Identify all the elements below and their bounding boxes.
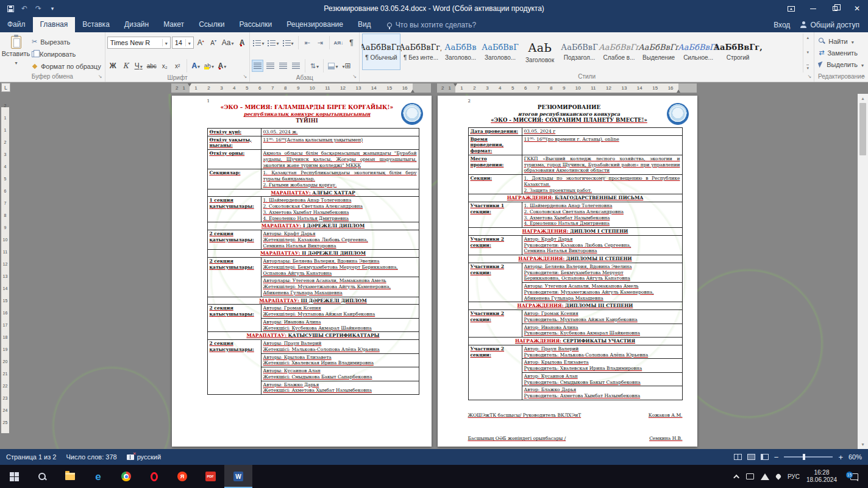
style-card-0[interactable]: АаБбВвГг,¶ Обычный bbox=[362, 34, 400, 70]
word-taskbar-button[interactable]: W bbox=[224, 465, 252, 488]
page-indicator[interactable]: Страница 1 из 2 bbox=[6, 453, 56, 461]
select-button[interactable]: Выделить bbox=[819, 59, 864, 69]
clear-formatting-button[interactable]: А bbox=[236, 37, 247, 49]
underline-button[interactable]: Ч bbox=[133, 60, 144, 72]
font-name-combo[interactable]: Times New R bbox=[107, 37, 171, 49]
yandex-taskbar-button[interactable]: Я bbox=[168, 465, 196, 488]
ruler-segment-page-1[interactable]: 2112345678910111213141516 bbox=[171, 83, 431, 93]
paste-button[interactable]: Вставить bbox=[2, 34, 30, 66]
text-effects-button[interactable]: А bbox=[190, 60, 202, 72]
undo-button[interactable] bbox=[20, 4, 29, 13]
print-layout-button[interactable] bbox=[747, 454, 755, 460]
style-card-9[interactable]: АаБбВвГг,Строгий bbox=[719, 34, 757, 70]
ribbon-tab-5[interactable]: Ссылки bbox=[191, 17, 232, 32]
ribbon-tab-2[interactable]: Вставка bbox=[75, 17, 117, 32]
scrollbar-thumb[interactable] bbox=[859, 103, 866, 155]
clipboard-dialog-launcher[interactable] bbox=[97, 74, 104, 80]
proofing-status[interactable]: русский bbox=[127, 453, 161, 461]
hidden-icons-button[interactable] bbox=[735, 475, 739, 479]
restore-button[interactable] bbox=[824, 0, 846, 17]
explorer-taskbar-button[interactable] bbox=[56, 465, 84, 488]
align-left-button[interactable] bbox=[252, 60, 263, 72]
scroll-up-icon[interactable] bbox=[861, 94, 864, 103]
gallery-down-icon[interactable] bbox=[806, 50, 809, 55]
bullets-button[interactable] bbox=[252, 37, 265, 49]
styles-gallery-scroll[interactable] bbox=[803, 34, 812, 72]
action-center-button[interactable]: 15 bbox=[844, 473, 864, 480]
right-indent-marker[interactable] bbox=[411, 90, 414, 93]
shrink-font-button[interactable]: А bbox=[208, 37, 219, 49]
style-card-1[interactable]: АаБбВвГг,¶ Без инте... bbox=[402, 34, 440, 70]
web-layout-button[interactable] bbox=[761, 454, 769, 460]
align-right-button[interactable] bbox=[277, 60, 289, 72]
strikethrough-button[interactable]: abc bbox=[146, 60, 158, 72]
first-line-indent-marker[interactable] bbox=[454, 83, 457, 87]
zoom-level[interactable]: 60% bbox=[848, 453, 862, 461]
clock[interactable]: 16:28 18.06.2024 bbox=[806, 469, 837, 484]
format-painter-button[interactable]: Формат по образцу bbox=[30, 61, 103, 71]
find-button[interactable]: Найти bbox=[819, 36, 853, 46]
tell-me-box[interactable]: Что вы хотите сделать? bbox=[387, 17, 477, 32]
sort-button[interactable]: АЯ↓ bbox=[333, 37, 345, 49]
font-color-button[interactable]: А bbox=[216, 60, 228, 72]
location-tray-icon[interactable] bbox=[776, 474, 781, 479]
change-case-button[interactable]: Аа bbox=[221, 37, 235, 49]
ribbon-tab-7[interactable]: Рецензирование bbox=[279, 17, 350, 32]
right-indent-marker[interactable] bbox=[677, 90, 680, 93]
network-tray-icon[interactable] bbox=[761, 473, 769, 480]
replace-button[interactable]: Заменить bbox=[819, 48, 858, 58]
styles-dialog-launcher[interactable] bbox=[806, 74, 813, 80]
display-tray-icon[interactable] bbox=[746, 473, 754, 479]
gallery-more-icon[interactable] bbox=[806, 65, 809, 71]
ribbon-tab-3[interactable]: Дизайн bbox=[117, 17, 156, 32]
font-size-combo[interactable]: 14 bbox=[172, 37, 194, 49]
ribbon-tab-4[interactable]: Макет bbox=[156, 17, 191, 32]
show-marks-button[interactable]: ¶ bbox=[346, 37, 357, 49]
redo-button[interactable] bbox=[34, 4, 43, 13]
italic-button[interactable]: К bbox=[120, 60, 132, 72]
increase-indent-button[interactable]: ⇥ bbox=[315, 37, 326, 49]
bold-button[interactable]: Ж bbox=[107, 60, 119, 72]
style-card-5[interactable]: АаБбВвГПодзагол... bbox=[560, 34, 599, 70]
customize-qat-button[interactable] bbox=[48, 4, 57, 13]
vertical-ruler[interactable]: 2112345678910111213141516171819202122232… bbox=[0, 94, 11, 449]
font-dialog-launcher[interactable] bbox=[241, 74, 248, 80]
first-line-indent-marker[interactable] bbox=[188, 83, 191, 87]
paragraph-dialog-launcher[interactable] bbox=[351, 74, 358, 80]
ribbon-tab-8[interactable]: Вид bbox=[350, 17, 379, 32]
document-canvas[interactable]: 1«ЭКО – МИСИЯ: ҒАЛАМШАРДЫ БІРГЕ ҚОРҒАЙЫҚ… bbox=[11, 94, 858, 449]
ribbon-tab-1[interactable]: Главная bbox=[33, 17, 76, 32]
start-taskbar-button[interactable] bbox=[0, 465, 28, 488]
style-card-8[interactable]: АаБбВвГгСильное... bbox=[679, 34, 717, 70]
opera-taskbar-button[interactable] bbox=[140, 465, 168, 488]
style-card-4[interactable]: АаЬЗаголовок bbox=[521, 34, 559, 70]
numbering-button[interactable] bbox=[266, 37, 280, 49]
pdf-taskbar-button[interactable]: PDF bbox=[196, 465, 224, 488]
close-button[interactable] bbox=[846, 0, 868, 17]
zoom-slider[interactable] bbox=[784, 456, 833, 458]
borders-button[interactable] bbox=[340, 60, 352, 72]
style-card-3[interactable]: АаБбВвГЗаголово... bbox=[481, 34, 519, 70]
highlight-button[interactable]: ab bbox=[203, 60, 215, 72]
style-card-6[interactable]: АаБбВвГгСлабое в... bbox=[600, 34, 638, 70]
shading-button[interactable] bbox=[327, 60, 339, 72]
collapse-ribbon-button[interactable] bbox=[862, 74, 865, 81]
page-2[interactable]: 2РЕЗЮМИРОВАНИЕитогов республиканского ко… bbox=[438, 96, 697, 447]
vertical-scrollbar[interactable] bbox=[858, 94, 868, 449]
read-mode-button[interactable] bbox=[734, 454, 742, 460]
zoom-in-button[interactable] bbox=[838, 453, 843, 462]
zoom-out-button[interactable] bbox=[774, 453, 779, 462]
minimize-button[interactable] bbox=[802, 0, 824, 17]
ruler-segment-page-2[interactable]: 2112345678910111213141516 bbox=[437, 83, 697, 93]
ribbon-tab-0[interactable]: Файл bbox=[0, 17, 33, 32]
justify-button[interactable] bbox=[290, 60, 302, 72]
ribbon-display-options-button[interactable] bbox=[780, 0, 802, 17]
zoom-slider-thumb[interactable] bbox=[803, 454, 805, 460]
scroll-down-icon[interactable] bbox=[861, 440, 864, 449]
page-1[interactable]: 1«ЭКО – МИСИЯ: ҒАЛАМШАРДЫ БІРГЕ ҚОРҒАЙЫҚ… bbox=[172, 96, 432, 447]
decrease-indent-button[interactable]: ⇤ bbox=[302, 37, 313, 49]
multilevel-list-button[interactable] bbox=[282, 37, 295, 49]
copy-button[interactable]: Копировать bbox=[30, 49, 103, 59]
grow-font-button[interactable]: А bbox=[195, 37, 207, 49]
share-button[interactable]: Общий доступ bbox=[800, 21, 859, 29]
